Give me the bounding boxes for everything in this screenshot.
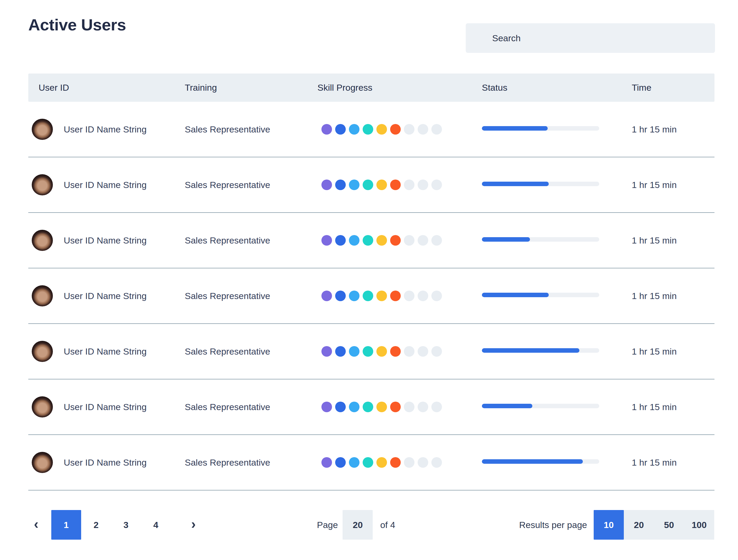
skill-dot-empty xyxy=(404,346,414,357)
status-progress-bar xyxy=(482,459,599,464)
page-button-4[interactable]: 4 xyxy=(141,510,171,540)
training-cell: Sales Representative xyxy=(185,124,317,134)
results-option-100[interactable]: 100 xyxy=(684,510,714,540)
status-progress-fill xyxy=(482,293,549,297)
skill-dot-filled xyxy=(376,291,387,301)
skill-progress-cell xyxy=(317,457,482,468)
results-per-page-label: Results per page xyxy=(519,520,587,530)
time-cell: 1 hr 15 min xyxy=(632,291,714,301)
table-row: User ID Name StringSales Representative1… xyxy=(28,324,714,379)
skill-dot-filled xyxy=(321,401,332,412)
next-page-button[interactable]: › xyxy=(186,510,202,540)
results-option-50[interactable]: 50 xyxy=(654,510,684,540)
skill-dot-filled xyxy=(376,124,387,134)
skill-dot-empty xyxy=(404,180,414,190)
user-avatar xyxy=(32,452,53,473)
user-avatar xyxy=(32,285,53,306)
table-row: User ID Name StringSales Representative1… xyxy=(28,435,714,491)
skill-progress-cell xyxy=(317,346,482,357)
status-cell xyxy=(482,405,632,409)
user-id-name: User ID Name String xyxy=(64,124,147,134)
skill-dot-filled xyxy=(335,124,346,134)
results-option-20[interactable]: 20 xyxy=(624,510,654,540)
table-row: User ID Name StringSales Representative1… xyxy=(28,157,714,213)
skill-dot-filled xyxy=(321,235,332,246)
table-header: User ID Training Skill Progress Status T… xyxy=(28,73,714,102)
skill-dot-filled xyxy=(390,180,401,190)
skill-dot-empty xyxy=(404,291,414,301)
page-jump-group: Page 20 of 4 xyxy=(317,510,395,540)
status-cell xyxy=(482,294,632,298)
results-per-page-group: Results per page 102050100 xyxy=(519,510,714,540)
skill-dot-filled xyxy=(363,346,373,357)
skill-dot-filled xyxy=(349,124,359,134)
skill-dots xyxy=(317,235,482,246)
skill-progress-cell xyxy=(317,124,482,134)
skill-dot-filled xyxy=(376,401,387,412)
skill-dot-empty xyxy=(418,291,428,301)
skill-dot-filled xyxy=(376,346,387,357)
column-header-skill-progress: Skill Progress xyxy=(317,82,482,93)
status-progress-fill xyxy=(482,182,549,186)
search-input[interactable] xyxy=(466,23,715,53)
skill-dot-filled xyxy=(335,401,346,412)
skill-dot-empty xyxy=(418,457,428,468)
status-progress-bar xyxy=(482,348,599,353)
user-id-name: User ID Name String xyxy=(64,235,147,246)
skill-dot-filled xyxy=(349,346,359,357)
skill-dot-empty xyxy=(418,124,428,134)
skill-dot-filled xyxy=(363,235,373,246)
user-avatar xyxy=(32,230,53,251)
page-button-2[interactable]: 2 xyxy=(81,510,111,540)
user-avatar xyxy=(32,174,53,195)
skill-dot-empty xyxy=(418,401,428,412)
training-cell: Sales Representative xyxy=(185,180,317,190)
user-id-cell: User ID Name String xyxy=(28,230,185,251)
skill-dots xyxy=(317,346,482,357)
user-id-name: User ID Name String xyxy=(64,291,147,301)
user-avatar xyxy=(32,341,53,362)
skill-dot-empty xyxy=(431,124,442,134)
time-cell: 1 hr 15 min xyxy=(632,235,714,246)
skill-dot-filled xyxy=(349,235,359,246)
status-cell xyxy=(482,460,632,465)
user-id-name: User ID Name String xyxy=(64,180,147,190)
previous-page-button[interactable]: ‹ xyxy=(28,510,44,540)
status-progress-fill xyxy=(482,126,548,130)
skill-dot-filled xyxy=(349,180,359,190)
skill-dot-filled xyxy=(335,180,346,190)
page-button-1[interactable]: 1 xyxy=(51,510,81,540)
table-body: User ID Name StringSales Representative1… xyxy=(28,102,714,491)
time-cell: 1 hr 15 min xyxy=(632,124,714,134)
skill-progress-cell xyxy=(317,235,482,246)
status-cell xyxy=(482,238,632,243)
status-progress-bar xyxy=(482,182,599,186)
training-cell: Sales Representative xyxy=(185,458,317,468)
results-option-10[interactable]: 10 xyxy=(594,510,624,540)
skill-dot-filled xyxy=(376,235,387,246)
user-id-cell: User ID Name String xyxy=(28,396,185,417)
status-progress-bar xyxy=(482,237,599,242)
skill-dot-empty xyxy=(431,291,442,301)
skill-dot-filled xyxy=(335,346,346,357)
skill-dot-empty xyxy=(418,180,428,190)
table-row: User ID Name StringSales Representative1… xyxy=(28,268,714,324)
page-button-3[interactable]: 3 xyxy=(111,510,141,540)
skill-dot-filled xyxy=(335,235,346,246)
user-id-name: User ID Name String xyxy=(64,402,147,412)
user-avatar xyxy=(32,396,53,417)
skill-dots xyxy=(317,124,482,134)
skill-dot-empty xyxy=(431,401,442,412)
page-number-box[interactable]: 20 xyxy=(343,510,373,540)
skill-dots xyxy=(317,457,482,468)
page-label: Page xyxy=(317,520,338,530)
skill-dot-empty xyxy=(431,235,442,246)
time-cell: 1 hr 15 min xyxy=(632,402,714,412)
active-users-page: Active Users User ID Training Skill Prog… xyxy=(0,0,738,560)
skill-progress-cell xyxy=(317,291,482,301)
user-id-cell: User ID Name String xyxy=(28,341,185,362)
column-header-time: Time xyxy=(632,82,714,93)
skill-dot-empty xyxy=(404,401,414,412)
skill-dot-filled xyxy=(349,457,359,468)
skill-dot-filled xyxy=(390,291,401,301)
